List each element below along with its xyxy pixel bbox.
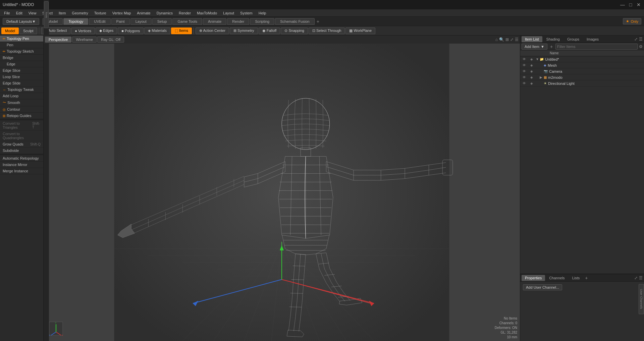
layout-tab-setup[interactable]: Setup (152, 18, 172, 25)
light-render-icon[interactable]: ◈ (529, 81, 534, 86)
menu-item-view[interactable]: View (26, 10, 39, 16)
viewport-search-icon[interactable]: 🔍 (499, 37, 504, 42)
add-user-channel-button[interactable]: Add User Channel... (523, 284, 562, 290)
user-channels-tab[interactable]: User Channels (639, 284, 644, 314)
smooth-tool[interactable]: 〜 Smooth (0, 99, 43, 106)
tree-row-camera[interactable]: 👁 ◈ 📷 Camera (520, 68, 644, 74)
light-visibility-icon[interactable]: 👁 (522, 81, 527, 86)
materials-button[interactable]: ◈ Materials (144, 27, 170, 34)
mesh-render-icon[interactable]: ◈ (529, 63, 534, 68)
menu-item-layout[interactable]: Layout (220, 10, 237, 16)
edge-tool[interactable]: Edge (0, 61, 43, 67)
loop-slice-tool[interactable]: Loop Slice (0, 74, 43, 80)
tab-channels[interactable]: Channels (546, 275, 568, 281)
symmetry-button[interactable]: ⊞ Symmetry (230, 27, 258, 34)
tab-properties[interactable]: Properties (522, 275, 545, 281)
edge-slice-tool[interactable]: Edge Slice (0, 67, 43, 74)
props-plus-button[interactable]: + (584, 275, 589, 281)
layout-tab-render[interactable]: Render (227, 18, 249, 25)
topology-pen-tool[interactable]: ✏ Topology Pen (0, 36, 43, 42)
viewport-home-icon[interactable]: ⌂ (495, 37, 498, 42)
model-mode-button[interactable]: Model (1, 27, 19, 34)
props-menu-icon[interactable]: ☰ (639, 276, 643, 280)
tree-row-light[interactable]: 👁 ◈ ☀ Directional Light (520, 80, 644, 87)
action-center-button[interactable]: ⊕ Action Center (196, 27, 229, 34)
menu-item-vertex-map[interactable]: Vertex Map (110, 10, 134, 16)
topology-tweak-tool[interactable]: ↔ Topology Tweak (0, 87, 43, 93)
maximize-button[interactable]: □ (628, 2, 633, 7)
menu-item-maxtomodo[interactable]: MaxToModo (194, 10, 220, 16)
left-collapse-button[interactable]: Tools (44, 1, 49, 28)
vertices-button[interactable]: ● Vertices (71, 27, 95, 34)
filter-items-input[interactable] (555, 44, 638, 50)
retopo-guides-tool[interactable]: ⊞ Retopo Guides (0, 113, 43, 119)
sculpt-mode-button[interactable]: Sculpt (19, 27, 37, 34)
grow-quads-tool[interactable]: Grow Quads Shift-Q (0, 141, 43, 148)
default-layout-button[interactable]: Default Layouts ▼ (3, 18, 39, 25)
viewport-fit-icon[interactable]: ⊞ (505, 37, 509, 42)
menu-item-item[interactable]: Item (56, 10, 68, 16)
minimize-button[interactable]: — (620, 2, 625, 7)
m2modo-visibility-icon[interactable]: 👁 (522, 75, 527, 80)
add-item-button[interactable]: Add Item ▼ (522, 44, 547, 50)
tab-shading[interactable]: Shading (543, 36, 563, 42)
snapping-button[interactable]: ⊙ Snapping (281, 27, 308, 34)
viewport[interactable]: Perspective Wireframe Ray GL: Off ⌂ 🔍 ⊞ … (44, 36, 520, 341)
layout-tab-animate[interactable]: Animate (203, 18, 226, 25)
workplane-button[interactable]: ▦ WorkPlane (345, 27, 375, 34)
menu-item-dynamics[interactable]: Dynamics (154, 10, 175, 16)
contour-tool[interactable]: ◎ Contour (0, 106, 43, 113)
menu-item-texture[interactable]: Texture (92, 10, 109, 16)
merge-instance-tool[interactable]: Merge Instance (0, 168, 43, 174)
edge-slide-tool[interactable]: Edge Slide (0, 80, 43, 87)
menu-item-edit[interactable]: Edit (13, 10, 25, 16)
menu-item-system[interactable]: System (237, 10, 255, 16)
m2modo-render-icon[interactable]: ◈ (529, 75, 534, 80)
viewport-expand-icon[interactable]: ⤢ (510, 37, 514, 42)
props-expand-icon[interactable]: ⤢ (634, 276, 638, 280)
add-layout-button[interactable]: + (315, 19, 321, 24)
mesh-visibility-icon[interactable]: 👁 (522, 63, 527, 68)
menu-item-file[interactable]: File (1, 10, 13, 16)
expand-arrow[interactable]: ▼ (536, 57, 540, 61)
menu-item-geometry[interactable]: Geometry (69, 10, 91, 16)
layout-tab-scripting[interactable]: Scripting (250, 18, 274, 25)
layout-tab-uvedit[interactable]: UVEdit (89, 18, 110, 25)
item-plus-button[interactable]: + (549, 44, 554, 49)
perspective-tab[interactable]: Perspective (45, 37, 71, 43)
bridge-tool[interactable]: Bridge (0, 55, 43, 61)
m2modo-arrow[interactable]: ▶ (540, 75, 544, 79)
tree-row-mesh[interactable]: 👁 ◈ ◈ Mesh (520, 62, 644, 68)
auto-retopology-tool[interactable]: Automatic Retopology (0, 155, 43, 162)
camera-visibility-icon[interactable]: 👁 (522, 69, 527, 74)
edges-button[interactable]: ◆ Edges (96, 27, 117, 34)
scene-canvas[interactable]: No Items Channels: 0 Deformers: ON GL: 3… (44, 44, 520, 341)
select-through-button[interactable]: ⊡ Select Through (309, 27, 345, 34)
visibility-icon[interactable]: 👁 (522, 57, 527, 62)
instance-mirror-tool[interactable]: Instance Mirror (0, 162, 43, 168)
menu-item-render[interactable]: Render (176, 10, 194, 16)
panel-menu-icon[interactable]: ☰ (639, 37, 643, 42)
layout-tab-paint[interactable]: Paint (111, 18, 130, 25)
tab-item-list[interactable]: Item List (522, 36, 542, 42)
polygons-button[interactable]: ■ Polygons (118, 27, 144, 34)
render-icon[interactable]: ◈ (529, 57, 534, 62)
tree-row-m2modo[interactable]: 👁 ◈ ▶ ▦ m2modo (520, 74, 644, 80)
subdivide-tool[interactable]: Subdivide (0, 148, 43, 154)
layout-tab-game-tools[interactable]: Game Tools (172, 18, 202, 25)
layout-tab-topology[interactable]: Topology (63, 18, 88, 25)
tree-row-untitled[interactable]: 👁 ◈ ▼ 📁 Untitled* (520, 56, 644, 62)
convert-quads-tool[interactable]: Convert to Quadrangles (0, 131, 43, 141)
layout-tab-layout[interactable]: Layout (130, 18, 152, 25)
add-loop-tool[interactable]: Add Loop (0, 93, 43, 99)
menu-item-animate[interactable]: Animate (134, 10, 153, 16)
ray-gl-tab[interactable]: Ray GL: Off (97, 37, 124, 43)
close-button[interactable]: ✕ (636, 2, 641, 7)
tab-images[interactable]: Images (583, 36, 602, 42)
layout-tab-schematic-fusion[interactable]: Schematic Fusion (275, 18, 314, 25)
falloff-button[interactable]: ◉ Falloff (259, 27, 280, 34)
viewport-menu-icon[interactable]: ☰ (515, 37, 519, 42)
menu-item-help[interactable]: Help (256, 10, 269, 16)
filter-icon[interactable]: ⚙ (639, 44, 643, 49)
items-button[interactable]: ⬚ Items (171, 27, 192, 34)
